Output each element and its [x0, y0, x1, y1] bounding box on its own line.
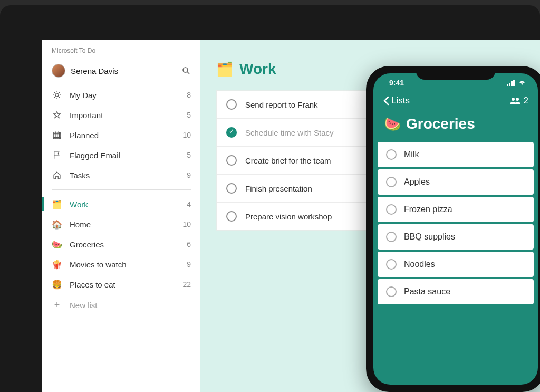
sun-icon: [52, 90, 62, 100]
list-title: Work: [239, 61, 276, 78]
task-item[interactable]: Milk: [378, 142, 534, 167]
phone-list-emoji: 🍉: [384, 116, 401, 132]
sidebar-item-label: Planned: [70, 131, 99, 140]
flag-icon: [52, 150, 62, 160]
sidebar-item-label: Places to eat: [70, 280, 115, 289]
sidebar-item-count: 5: [187, 151, 191, 159]
task-text: Send report to Frank: [245, 100, 318, 109]
sidebar-item-count: 10: [182, 131, 191, 139]
status-indicators: [507, 80, 526, 86]
svg-point-24: [512, 98, 515, 101]
task-checkbox[interactable]: [226, 155, 237, 166]
sidebar-item-count: 8: [187, 91, 191, 99]
task-checkbox[interactable]: [386, 204, 397, 215]
sidebar-item-important[interactable]: Important5: [42, 105, 200, 125]
svg-line-7: [54, 92, 55, 93]
search-icon[interactable]: [181, 66, 191, 75]
task-text: Schedule time with Stacy: [245, 128, 334, 137]
chevron-left-icon: [383, 96, 389, 106]
sidebar-list-work[interactable]: 🗂️Work4: [42, 194, 200, 214]
task-item[interactable]: Noodles: [378, 252, 534, 277]
task-item[interactable]: Apples: [378, 169, 534, 195]
svg-point-0: [183, 68, 188, 72]
task-checkbox[interactable]: [386, 259, 397, 270]
sidebar-list-places-to-eat[interactable]: 🍔Places to eat22: [42, 274, 200, 294]
task-checkbox[interactable]: [226, 183, 237, 194]
phone-task-list: MilkApplesFrozen pizzaBBQ suppliesNoodle…: [373, 142, 538, 304]
task-checkbox[interactable]: [226, 99, 237, 110]
task-item[interactable]: Pasta sauce: [378, 279, 534, 304]
profile-name: Serena Davis: [71, 66, 181, 75]
svg-rect-20: [507, 84, 508, 86]
task-checkbox[interactable]: [386, 286, 397, 297]
task-checkbox[interactable]: [226, 127, 237, 138]
sidebar-item-label: Important: [70, 111, 103, 120]
svg-rect-22: [511, 81, 513, 86]
calendar-icon: [52, 130, 62, 140]
task-text: Create brief for the team: [245, 156, 331, 165]
task-checkbox[interactable]: [386, 177, 397, 187]
task-checkbox[interactable]: [226, 211, 237, 222]
task-text: Finish presentation: [245, 184, 312, 193]
task-item[interactable]: Frozen pizza: [378, 197, 534, 222]
task-text: Frozen pizza: [404, 205, 452, 214]
sidebar-item-count: 9: [187, 260, 191, 269]
phone-notch: [416, 66, 495, 80]
task-checkbox[interactable]: [386, 232, 397, 242]
task-text: Pasta sauce: [404, 287, 450, 297]
star-icon: [52, 110, 62, 120]
sidebar-list-movies-to-watch[interactable]: 🍿Movies to watch9: [42, 254, 200, 274]
status-time: 9:41: [389, 79, 404, 87]
sidebar-item-planned[interactable]: Planned10: [42, 125, 200, 145]
list-emoji: 🗂️: [52, 199, 62, 209]
new-list-button[interactable]: + New list: [42, 294, 200, 316]
signal-icon: [507, 80, 515, 86]
avatar: [52, 64, 65, 78]
app-title: Microsoft To Do: [42, 46, 200, 61]
back-button[interactable]: Lists: [383, 95, 410, 106]
home-icon: [52, 170, 62, 180]
new-list-label: New list: [70, 301, 98, 310]
sidebar-item-count: 4: [187, 200, 191, 208]
task-item[interactable]: BBQ supplies: [378, 224, 534, 250]
sidebar-item-count: 22: [182, 280, 191, 289]
svg-line-1: [187, 72, 189, 74]
sidebar-item-label: Home: [70, 220, 91, 229]
sidebar-list-groceries[interactable]: 🍉Groceries6: [42, 234, 200, 254]
sidebar-item-label: My Day: [70, 91, 97, 100]
svg-line-9: [54, 97, 55, 98]
wifi-icon: [518, 80, 526, 86]
sidebar-item-my-day[interactable]: My Day8: [42, 85, 200, 105]
list-emoji: 🍿: [52, 259, 62, 270]
list-emoji: 🍔: [52, 279, 62, 290]
list-emoji: 🏠: [52, 219, 62, 230]
task-text: BBQ supplies: [404, 232, 455, 242]
sidebar-item-label: Tasks: [70, 171, 90, 180]
sidebar-item-flagged-email[interactable]: Flagged Email5: [42, 145, 200, 165]
sidebar-item-tasks[interactable]: Tasks9: [42, 165, 200, 185]
task-text: Apples: [404, 177, 430, 187]
svg-rect-23: [513, 80, 515, 86]
sidebar-item-label: Flagged Email: [70, 151, 120, 160]
task-text: Prepare vision workshop: [245, 212, 332, 221]
sidebar-divider: [52, 189, 191, 190]
share-button[interactable]: 2: [509, 95, 528, 106]
sidebar-list-home[interactable]: 🏠Home10: [42, 214, 200, 234]
plus-icon: +: [52, 300, 62, 311]
back-label: Lists: [391, 95, 410, 106]
task-checkbox[interactable]: [386, 149, 397, 160]
sidebar-item-count: 10: [182, 220, 191, 228]
phone-list-title: Groceries: [406, 116, 475, 132]
sidebar-item-count: 9: [187, 171, 191, 179]
list-emoji: 🍉: [52, 239, 62, 250]
profile-row[interactable]: Serena Davis: [42, 61, 200, 85]
phone-list-header: 🍉 Groceries: [373, 112, 538, 142]
sidebar-item-count: 6: [187, 240, 191, 248]
sidebar-item-label: Work: [70, 200, 88, 209]
sidebar: Microsoft To Do Serena Davis My Day8Impo…: [42, 40, 200, 392]
svg-point-2: [55, 93, 59, 97]
phone-nav: Lists 2: [373, 89, 538, 112]
list-emoji: 🗂️: [216, 61, 233, 78]
svg-rect-21: [509, 83, 510, 86]
svg-line-10: [59, 92, 60, 93]
